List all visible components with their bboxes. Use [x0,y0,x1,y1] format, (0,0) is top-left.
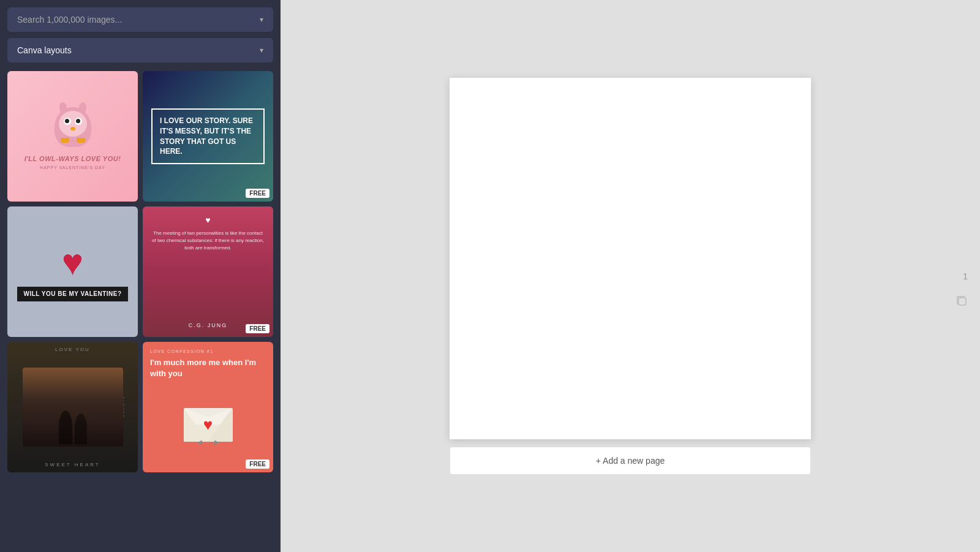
heart-flowers: ♥ [51,242,94,282]
layout-dropdown-arrow[interactable]: ▾ [260,46,263,55]
right-panel: + Add a new page 1 [281,0,980,552]
story-text: I love our story. Sure it's messy, but i… [160,116,256,157]
owl-title: I'll owl-ways love you! [24,154,121,163]
jung-quote: The meeting of two personalities is like… [151,230,265,252]
owl-subtitle: Happy Valentine's Day [40,165,105,170]
template-story[interactable]: I love our story. Sure it's messy, but i… [143,71,273,202]
add-page-button[interactable]: + Add a new page [450,447,811,475]
more-label: Love Confession #1 [150,349,266,354]
envelope-arrows: ◀ ▶ [197,439,219,445]
more-free-badge: FREE [246,459,270,469]
jung-heart-icon: ♥ [205,215,210,225]
svg-rect-0 [959,298,966,305]
template-more[interactable]: Love Confession #1 I'm much more me when… [143,342,273,472]
template-grid: I'll owl-ways love you! Happy Valentine'… [7,71,273,472]
story-free-badge: FREE [246,189,270,198]
envelope: ♥ ◀ ▶ [184,408,233,442]
more-title: I'm much more me when I'm with you [150,357,266,379]
love-bottom: Sweet Heart [45,462,100,467]
arrow-left-icon: ◀ [197,439,202,445]
copy-icon[interactable] [956,295,968,310]
arrow-right-icon: ▶ [214,439,219,445]
template-owl[interactable]: I'll owl-ways love you! Happy Valentine'… [7,71,138,202]
search-placeholder: Search 1,000,000 images... [17,15,122,25]
valentine-text: Will you be my valentine? [17,287,127,301]
envelope-heart-icon: ♥ [203,415,213,434]
template-love[interactable]: Love You Forever Always Sweet Heart [7,342,138,472]
search-dropdown-arrow[interactable]: ▾ [260,15,263,24]
love-inner: Love You Forever Always Sweet Heart [7,342,138,472]
template-valentine[interactable]: ♥ Will you be my valentine? [7,206,138,337]
love-top: Love You [55,347,90,352]
layout-label: Canva layouts [17,45,72,55]
layout-selector[interactable]: Canva layouts ▾ [7,38,273,62]
jung-author: C.G. Jung [189,322,228,328]
story-border: I love our story. Sure it's messy, but i… [151,108,265,164]
left-panel: Search 1,000,000 images... ▾ Canva layou… [0,0,281,552]
love-image [23,368,123,446]
template-jung[interactable]: ♥ The meeting of two personalities is li… [143,206,273,337]
canvas [450,78,811,439]
search-bar[interactable]: Search 1,000,000 images... ▾ [7,7,273,32]
envelope-area: ♥ ◀ ▶ [150,384,266,465]
page-number: 1 [963,271,968,281]
jung-free-badge: FREE [246,324,270,333]
